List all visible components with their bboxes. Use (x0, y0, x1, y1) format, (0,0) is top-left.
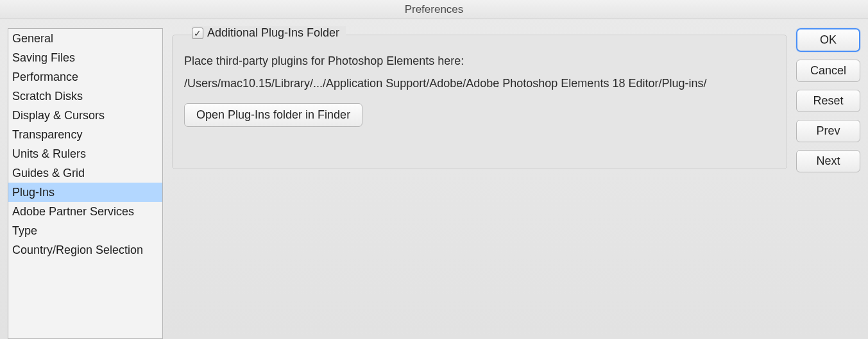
category-sidebar: General Saving Files Performance Scratch… (8, 28, 163, 339)
window-title: Preferences (0, 0, 868, 19)
next-button[interactable]: Next (796, 150, 860, 172)
additional-plugins-checkbox[interactable]: ✓ (192, 28, 203, 39)
sidebar-item-saving-files[interactable]: Saving Files (8, 48, 162, 67)
sidebar-item-adobe-partner-services[interactable]: Adobe Partner Services (8, 202, 162, 221)
sidebar-item-guides-grid[interactable]: Guides & Grid (8, 163, 162, 183)
sidebar-item-performance[interactable]: Performance (8, 67, 162, 87)
sidebar-item-country-region[interactable]: Country/Region Selection (8, 240, 162, 260)
group-title-label: Additional Plug-Ins Folder (207, 26, 339, 40)
open-plugins-folder-button[interactable]: Open Plug-Ins folder in Finder (184, 103, 362, 127)
dialog-buttons: OK Cancel Reset Prev Next (796, 28, 860, 339)
ok-button[interactable]: OK (796, 28, 860, 52)
reset-button[interactable]: Reset (796, 90, 860, 112)
dialog-content: General Saving Files Performance Scratch… (0, 19, 868, 339)
sidebar-item-transparency[interactable]: Transparency (8, 125, 162, 144)
sidebar-item-units-rulers[interactable]: Units & Rulers (8, 144, 162, 163)
sidebar-item-display-cursors[interactable]: Display & Cursors (8, 106, 162, 125)
main-panel: ✓ Additional Plug-Ins Folder Place third… (172, 28, 787, 339)
sidebar-item-plug-ins[interactable]: Plug-Ins (8, 183, 162, 202)
prev-button[interactable]: Prev (796, 120, 860, 142)
sidebar-item-scratch-disks[interactable]: Scratch Disks (8, 87, 162, 106)
cancel-button[interactable]: Cancel (796, 60, 860, 82)
sidebar-item-type[interactable]: Type (8, 221, 162, 240)
additional-plugins-group: ✓ Additional Plug-Ins Folder Place third… (172, 35, 787, 169)
sidebar-item-general[interactable]: General (8, 29, 162, 48)
group-legend: ✓ Additional Plug-Ins Folder (192, 26, 346, 40)
plugins-path-text: /Users/mac10.15/Library/.../Application … (184, 77, 775, 90)
plugins-instruction-text: Place third-party plugins for Photoshop … (184, 54, 775, 68)
